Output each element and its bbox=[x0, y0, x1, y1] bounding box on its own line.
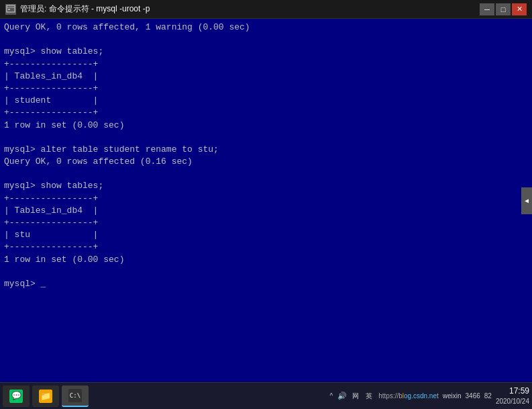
maximize-button[interactable]: □ bbox=[496, 3, 511, 15]
title-bar-controls: ─ □ ✕ bbox=[480, 3, 527, 15]
folder-icon: 📁 bbox=[39, 390, 52, 403]
terminal-output: Query OK, 0 rows affected, 1 warning (0.… bbox=[4, 21, 528, 290]
clock-date: 2020/10/24 bbox=[496, 397, 529, 406]
tray-num-label: 3466 bbox=[466, 392, 480, 400]
tray-url-text: https://blog.csdn.net bbox=[378, 392, 439, 400]
clock[interactable]: 17:59 2020/10/24 bbox=[496, 386, 529, 406]
expand-tray-icon[interactable]: ^ bbox=[330, 392, 333, 400]
notification-area[interactable]: ^ bbox=[330, 392, 333, 400]
scroll-button[interactable]: ◀ bbox=[521, 187, 532, 214]
network-icon[interactable]: 网 bbox=[350, 391, 361, 402]
taskbar-wechat[interactable]: 💬 bbox=[3, 385, 30, 407]
taskbar-folder[interactable]: 📁 bbox=[32, 385, 59, 407]
title-bar: 管理员: 命令提示符 - mysql -uroot -p ─ □ ✕ bbox=[0, 0, 532, 19]
terminal-cursor: _ bbox=[41, 279, 46, 289]
tray-icons: 🔊 网 英 bbox=[337, 391, 374, 402]
svg-rect-0 bbox=[7, 5, 15, 12]
clock-time: 17:59 bbox=[496, 386, 529, 397]
tray-num2-label: 82 bbox=[484, 392, 492, 400]
close-button[interactable]: ✕ bbox=[512, 3, 527, 15]
title-bar-text: 管理员: 命令提示符 - mysql -uroot -p bbox=[20, 3, 476, 15]
system-tray: ^ 🔊 网 英 https://blog.csdn.net weixin 346… bbox=[330, 386, 529, 406]
terminal-area[interactable]: Query OK, 0 rows affected, 1 warning (0.… bbox=[0, 19, 532, 382]
svg-rect-2 bbox=[8, 9, 10, 10]
wechat-icon: 💬 bbox=[9, 390, 23, 403]
minimize-button[interactable]: ─ bbox=[480, 3, 494, 15]
cmd-icon: C:\ bbox=[68, 389, 82, 402]
taskbar-cmd[interactable]: C:\ bbox=[62, 385, 89, 407]
title-bar-icon bbox=[5, 4, 16, 15]
volume-icon[interactable]: 🔊 bbox=[337, 391, 348, 402]
tray-weixin-label: weixin bbox=[443, 392, 462, 400]
taskbar: 💬 📁 C:\ ^ 🔊 网 英 https://blog.csdn.net we… bbox=[0, 382, 532, 409]
language-icon[interactable]: 英 bbox=[364, 391, 374, 402]
